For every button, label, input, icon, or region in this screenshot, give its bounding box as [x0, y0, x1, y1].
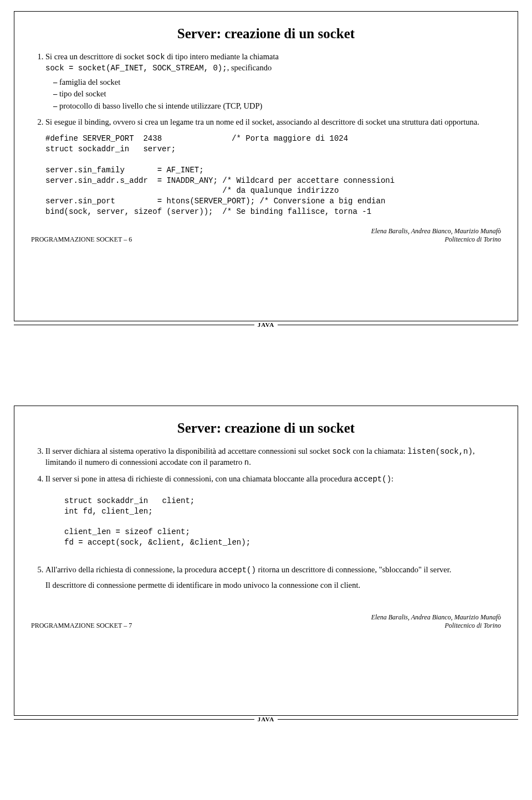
text: con la chiamata: — [351, 447, 407, 455]
footer-institution: Politecnico di Torino — [371, 622, 501, 630]
footer-right: Elena Baralis, Andrea Bianco, Maurizio M… — [371, 613, 501, 630]
footer-left: PROGRAMMAZIONE SOCKET – 6 — [31, 235, 132, 244]
slide-2-body: Il server dichiara al sistema operativo … — [31, 446, 501, 591]
divider — [14, 719, 254, 720]
divider — [278, 325, 518, 325]
text: Si crea un descrittore di socket — [45, 52, 146, 61]
slide-2-list-cont: All'arrivo della richiesta di connession… — [31, 565, 501, 591]
text: Il descrittore di connessione permette d… — [45, 581, 360, 589]
slide-1-body: Si crea un descrittore di socket sock di… — [31, 52, 501, 217]
text: Il server si pone in attesa di richieste… — [45, 474, 354, 483]
text: , specificando — [227, 63, 272, 72]
slide-2-item-5: All'arrivo della richiesta di connession… — [45, 565, 501, 591]
divider — [14, 325, 254, 325]
text: di tipo intero mediante la chiamata — [165, 52, 279, 61]
slide-1-title: Server: creazione di un socket — [31, 26, 501, 42]
inline-code: listen(sock,n) — [407, 447, 473, 456]
footer-left: PROGRAMMAZIONE SOCKET – 7 — [31, 622, 132, 630]
slide-2-title: Server: creazione di un socket — [31, 420, 501, 436]
footer-right: Elena Baralis, Andrea Bianco, Maurizio M… — [371, 227, 501, 244]
divider — [278, 719, 518, 720]
inline-code: accept() — [354, 475, 391, 484]
sublist-item: famiglia del socket — [53, 77, 501, 88]
slide-2-tag-line: JAVA — [14, 716, 518, 722]
slide-2-list: Il server dichiara al sistema operativo … — [31, 446, 501, 485]
footer-authors: Elena Baralis, Andrea Bianco, Maurizio M… — [371, 613, 501, 622]
text: : — [391, 474, 393, 483]
slide-1-tag-line: JAVA — [14, 321, 518, 328]
inline-code: sock — [332, 447, 351, 456]
sublist-item: protocollo di basso livello che si inten… — [53, 101, 501, 112]
slide-1-footer: PROGRAMMAZIONE SOCKET – 6 Elena Baralis,… — [31, 227, 501, 247]
slide-1-item-1: Si crea un descrittore di socket sock di… — [45, 52, 501, 111]
inline-code: accept() — [219, 566, 256, 575]
inline-code: n — [244, 458, 249, 467]
text: All'arrivo della richiesta di connession… — [45, 565, 219, 574]
inline-code-line: sock = socket(AF_INET, SOCK_STREAM, 0); — [45, 64, 227, 73]
slide-2-footer: PROGRAMMAZIONE SOCKET – 7 Elena Baralis,… — [31, 613, 501, 633]
sublist-item: tipo del socket — [53, 89, 501, 100]
text: Si esegue il binding, ovvero si crea un … — [45, 117, 479, 126]
footer-authors: Elena Baralis, Andrea Bianco, Maurizio M… — [371, 227, 501, 235]
slide-1-frame: Server: creazione di un socket Si crea u… — [14, 11, 518, 321]
page: Server: creazione di un socket Si crea u… — [0, 11, 532, 722]
slide-2-item-3: Il server dichiara al sistema operativo … — [45, 446, 501, 468]
slide-1-list: Si crea un descrittore di socket sock di… — [31, 52, 501, 128]
text: . — [249, 458, 251, 466]
slide-2-frame: Server: creazione di un socket Il server… — [14, 406, 518, 716]
inline-code: sock — [146, 53, 165, 61]
footer-institution: Politecnico di Torino — [371, 235, 501, 244]
text: ritorna un descrittore di connessione, "… — [256, 565, 452, 574]
slide-2-code-block: struct sockaddr_in client; int fd, clien… — [64, 496, 501, 548]
tag-label: JAVA — [254, 321, 278, 328]
spacer — [0, 328, 532, 394]
text: Il server dichiara al sistema operativo … — [45, 447, 332, 455]
slide-1-sublist: famiglia del socket tipo del socket prot… — [45, 77, 501, 112]
slide-2-item-4: Il server si pone in attesa di richieste… — [45, 474, 501, 485]
slide-1-item-2: Si esegue il binding, ovvero si crea un … — [45, 117, 501, 128]
slide-1-code-block: #define SERVER_PORT 2438 /* Porta maggio… — [45, 134, 501, 217]
tag-label: JAVA — [254, 716, 278, 722]
